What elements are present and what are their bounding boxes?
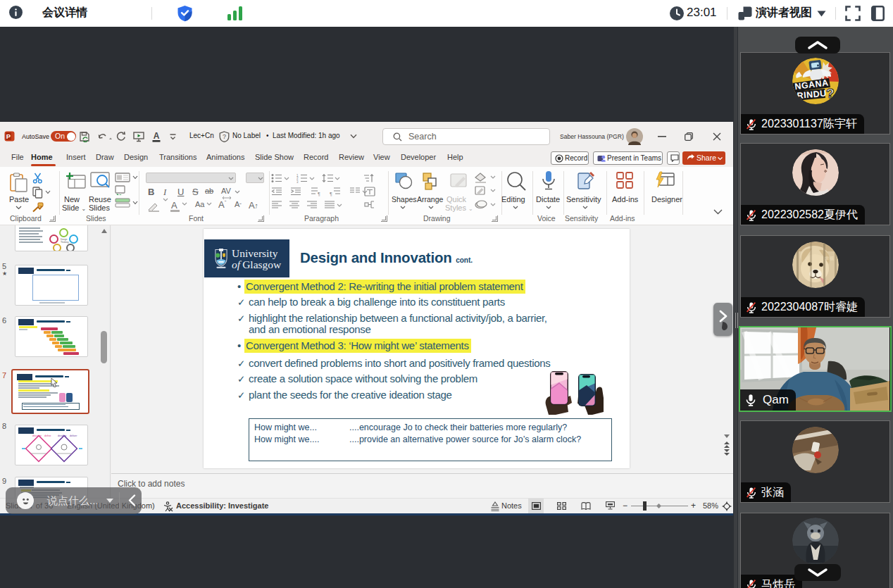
svg-text:define: define [44,434,51,437]
svg-text:?: ? [826,86,835,101]
svg-text:P: P [6,132,11,140]
svg-text:deliver: deliver [70,434,77,437]
svg-text:A: A [154,131,160,141]
svg-text:discover: discover [32,434,42,437]
svg-text:develop: develop [58,434,66,437]
svg-text:?: ? [223,133,226,140]
svg-text:幸福: 幸福 [825,256,835,261]
